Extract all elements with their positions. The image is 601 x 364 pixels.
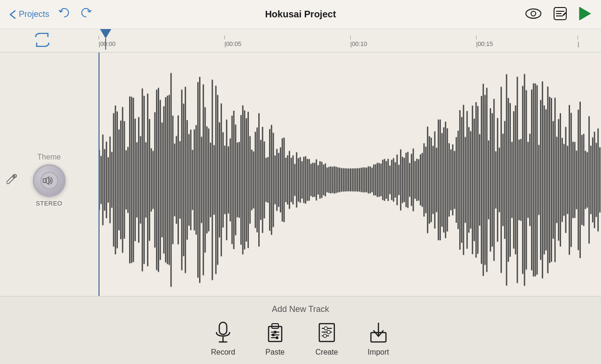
svg-point-1 (531, 11, 536, 16)
create-action[interactable]: Create (315, 321, 339, 356)
svg-point-23 (276, 336, 278, 339)
tracks-container: Theme STEREO (0, 53, 601, 296)
create-icon (317, 322, 336, 343)
playhead[interactable] (99, 29, 113, 50)
import-icon (369, 321, 388, 344)
project-title: Hokusai Project (265, 9, 336, 20)
edit-button[interactable] (552, 6, 568, 23)
create-icon-wrap (315, 321, 339, 344)
back-button[interactable]: Projects (9, 9, 49, 19)
undo-icon (58, 7, 71, 20)
waveform-canvas-theme (99, 53, 601, 307)
time-mark-20: | (578, 36, 579, 47)
paste-icon (266, 322, 285, 343)
svg-point-30 (323, 334, 326, 337)
import-icon-wrap (367, 321, 390, 344)
record-label: Record (211, 348, 235, 356)
loop-button[interactable] (34, 33, 51, 49)
redo-button[interactable] (79, 7, 92, 22)
header-right (525, 6, 592, 23)
microphone-icon (215, 321, 231, 344)
play-button[interactable] (578, 6, 592, 23)
ruler-marks: |00:00 |00:05 |00:10 |00:15 | (99, 29, 601, 49)
playhead-triangle (100, 29, 111, 38)
time-mark-5: |00:05 (224, 36, 241, 47)
undo-button[interactable] (58, 7, 71, 22)
chevron-left-icon (9, 10, 16, 19)
create-label: Create (316, 348, 338, 356)
time-mark-10: |00:10 (350, 36, 367, 47)
svg-point-29 (327, 330, 330, 334)
paste-action[interactable]: Paste (263, 321, 287, 356)
header: Projects Hokusai Project (0, 0, 601, 29)
record-action[interactable]: Record (211, 321, 235, 356)
track-settings-theme[interactable] (7, 174, 17, 186)
loop-icon (34, 33, 51, 47)
svg-rect-13 (219, 322, 227, 334)
stereo-icon (43, 176, 56, 185)
playhead-line (105, 38, 106, 50)
track-controls-theme: Theme STEREO (0, 53, 99, 307)
paste-label: Paste (265, 348, 285, 356)
edit-icon (552, 6, 568, 22)
timeline-ruler: |00:00 |00:05 |00:10 |00:15 | (0, 29, 601, 53)
svg-marker-9 (46, 177, 49, 184)
record-icon-wrap (211, 321, 235, 344)
svg-point-0 (526, 9, 541, 18)
svg-point-21 (274, 331, 277, 334)
svg-marker-6 (579, 7, 591, 20)
track-knob-inner-theme (40, 172, 58, 190)
import-label: Import (368, 348, 389, 356)
bottom-toolbar: Add New Track Record (0, 296, 601, 364)
wrench-icon-theme (7, 174, 17, 184)
eye-icon (525, 8, 542, 19)
add-track-label: Add New Track (272, 304, 329, 314)
paste-icon-wrap (263, 321, 287, 344)
bottom-actions: Record Paste (211, 321, 390, 356)
track-name-theme: Theme (38, 153, 61, 161)
track-type-theme: STEREO (36, 200, 62, 207)
preview-button[interactable] (525, 8, 542, 21)
play-icon (578, 6, 592, 21)
track-knob-theme[interactable] (33, 164, 66, 197)
track-theme: Theme STEREO (0, 53, 601, 308)
waveform-theme[interactable] (99, 53, 601, 307)
svg-rect-8 (43, 179, 46, 182)
svg-point-22 (272, 334, 275, 336)
import-action[interactable]: Import (367, 321, 390, 356)
back-label: Projects (19, 9, 49, 19)
redo-icon (79, 7, 92, 20)
time-mark-15: |00:15 (476, 36, 493, 47)
svg-point-28 (324, 326, 327, 330)
